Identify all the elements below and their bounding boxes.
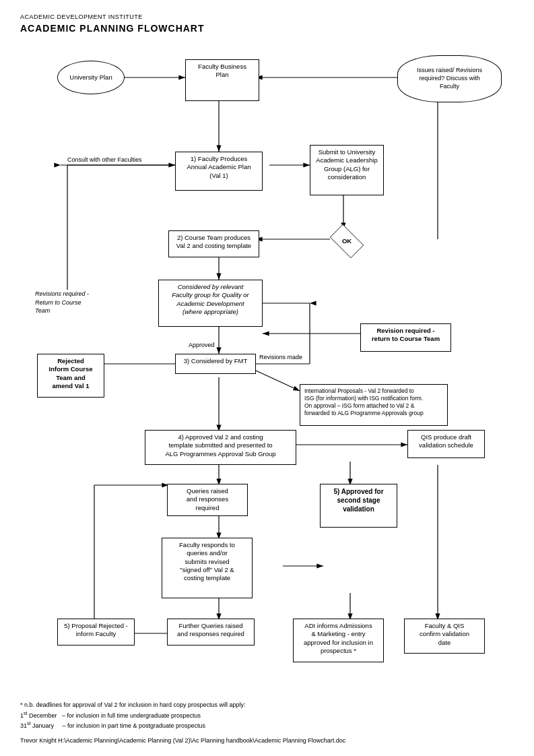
further-queries-node: Further Queries raised and responses req… — [167, 619, 255, 645]
footer-line2: 31st January – for inclusion in part tim… — [20, 720, 514, 731]
approved-second-node: 5) Approved for second stage validation — [320, 484, 397, 528]
approved-label-node: Approved — [189, 342, 215, 348]
header-org: ACADEMIC DEVELOPMENT INSTITUTE — [20, 13, 514, 20]
ok-diamond-node: OK — [323, 226, 370, 256]
footer-note: * n.b. deadlines for approval of Val 2 f… — [20, 701, 514, 710]
considered-faculty-node: Considered by relevant Faculty group for… — [158, 280, 263, 327]
faculty-qis-node: Faculty & QIS confirm validation date — [404, 619, 485, 654]
svg-line-33 — [256, 371, 300, 391]
revision-required-box-node: Revision required - return to Course Tea… — [360, 323, 451, 352]
considered-fmt-node: 3) Considered by FMT — [175, 354, 256, 374]
submit-university-node: Submit to University Academic Leadership… — [310, 145, 384, 195]
footer: * n.b. deadlines for approval of Val 2 f… — [20, 701, 514, 745]
consult-label: Consult with other Faculties — [67, 156, 142, 163]
revisions-made-label-node: Revisions made — [259, 354, 302, 360]
footer-path: Trevor Knight H:\Academic Planning\Acade… — [20, 736, 514, 746]
header-title: ACADEMIC PLANNING FLOWCHART — [20, 23, 514, 34]
adi-informs-node: ADI informs Admissions & Marketing - ent… — [293, 619, 384, 662]
flowchart: University Plan Faculty Business Plan Is… — [20, 47, 512, 687]
university-plan-node: University Plan — [57, 61, 125, 94]
revisions-required-label: Revisions required - Return to Course Te… — [35, 290, 96, 315]
rejected-box-node: Rejected Inform Course Team and amend Va… — [37, 354, 104, 398]
issues-raised-node: Issues raised/ Revisions required? Discu… — [397, 55, 502, 102]
qis-draft-node: QIS produce draft validation schedule — [407, 430, 485, 458]
international-proposals-node: International Proposals - Val 2 forwarde… — [300, 384, 448, 426]
queries-raised-node: Queries raised and responses required — [167, 484, 248, 516]
faculty-responds-node: Faculty responds to queries and/or submi… — [162, 538, 253, 598]
approved-val2-node: 4) Approved Val 2 and costing template s… — [145, 430, 296, 465]
faculty-business-plan-node: Faculty Business Plan — [185, 59, 259, 101]
faculty-produces-node: 1) Faculty Produces Annual Academic Plan… — [175, 152, 263, 191]
course-team-node: 2) Course Team produces Val 2 and costin… — [168, 230, 259, 257]
footer-line1: 1st December – for inclusion in full tim… — [20, 710, 514, 721]
proposal-rejected-node: 5) Proposal Rejected - inform Faculty — [57, 619, 135, 645]
